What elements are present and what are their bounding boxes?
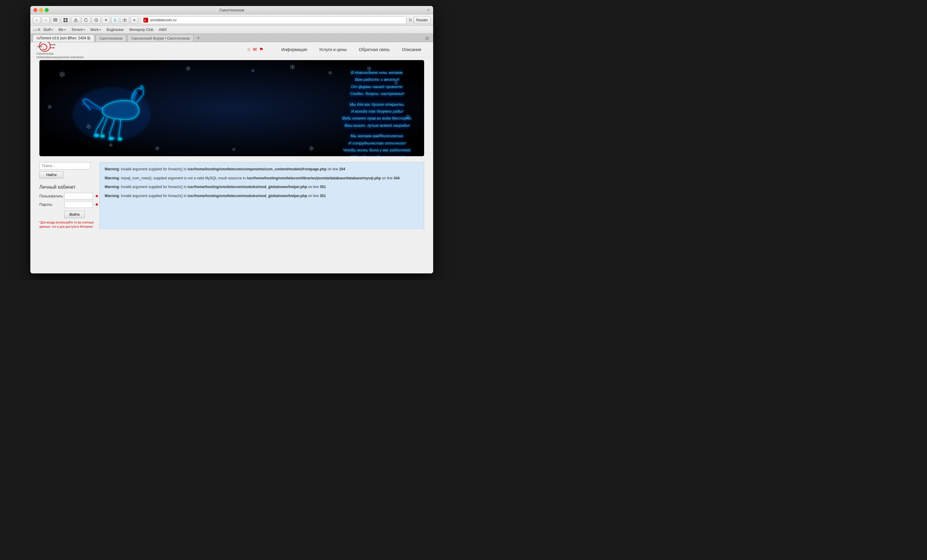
svg-point-10 — [124, 20, 126, 21]
warning-2-line: 344 — [394, 176, 400, 180]
nav-info[interactable]: Информация — [275, 44, 313, 55]
warning-4-line: 351 — [320, 194, 326, 198]
reader-button[interactable]: Reader — [413, 16, 431, 24]
svg-point-19 — [118, 138, 122, 140]
svg-rect-0 — [53, 18, 58, 19]
tab-grid-button[interactable]: ⊟ — [424, 35, 431, 41]
warning-4: Warning: Invalid argument supplied for f… — [105, 193, 419, 199]
warning-1-line: 104 — [339, 167, 345, 171]
nav-icons: ⌂ ✉ ⚑ — [248, 47, 263, 52]
svg-rect-2 — [53, 21, 58, 21]
logo-subtitle2: телекоммуникационная компания — [36, 56, 84, 59]
tabs-bar: ruTorrent v3.6 (svn $Rev: 2404 $) Смолте… — [30, 33, 433, 42]
search-button[interactable]: Найти — [40, 171, 64, 178]
svg-rect-7 — [74, 21, 78, 22]
resize-icon[interactable] — [426, 8, 430, 12]
site-wrapper: смол теле ком Смоленская телекоммуникаци… — [30, 42, 433, 273]
bookmark-stuff[interactable]: Stuff ▾ — [41, 27, 55, 32]
search-input[interactable] — [40, 162, 90, 170]
bookmarks-bar: 📖 ⊞ Stuff ▾ Me ▾ Torrent ▾ Work ▾ Bugtra… — [30, 26, 433, 33]
tab-rutorrent[interactable]: ruTorrent v3.6 (svn $Rev: 2404 $) — [33, 35, 94, 42]
password-icon: ✱ — [95, 202, 98, 207]
logo-image: смол теле ком — [36, 42, 61, 52]
svg-text:ком: ком — [50, 46, 55, 49]
flag-icon[interactable]: ⚑ — [259, 47, 263, 52]
warning-4-suffix: on line — [307, 194, 320, 198]
bookmark-monopoly[interactable]: Monopoly Club — [127, 27, 156, 32]
login-button[interactable]: Войти — [64, 211, 85, 218]
home-icon[interactable]: ⌂ — [248, 47, 251, 52]
address-text: smoltelecom.ru — [150, 18, 404, 22]
history-button[interactable] — [92, 16, 101, 24]
hero-banner: ❄ ❄ ❄ ❄ ❄ ❄ ❄ ❄ ❄ ❄ ❄ ❄ ❄ ❄ ❄ — [40, 60, 424, 156]
bookmark-me[interactable]: Me ▾ — [56, 27, 68, 32]
bookmark-torrent[interactable]: Torrent ▾ — [69, 27, 87, 32]
favicon-icon: S — [143, 18, 148, 23]
svg-rect-9 — [123, 19, 127, 22]
login-note: *Для входа используйте те же учетные дан… — [40, 220, 99, 229]
svg-text:S: S — [144, 19, 146, 22]
nav-descriptions[interactable]: Описания — [396, 44, 427, 55]
page-content: смол теле ком Смоленская телекоммуникаци… — [30, 42, 433, 273]
warnings-area: Warning: Invalid argument supplied for f… — [99, 162, 424, 229]
tab-forum[interactable]: Смоленский Форум • Смолтелеком — [128, 35, 194, 42]
grid-view-button[interactable] — [61, 16, 70, 24]
svg-point-23 — [93, 134, 99, 137]
tab-rutorrent-label: ruTorrent v3.6 (svn $Rev: 2404 $) — [36, 36, 90, 40]
minimize-button[interactable] — [39, 8, 43, 12]
back-button[interactable]: ‹ — [33, 16, 41, 24]
toolbar: ‹ › ✳ S + S smoltelecom.ru — [30, 14, 433, 26]
warning-1: Warning: Invalid argument supplied for f… — [105, 166, 419, 173]
maximize-button[interactable] — [45, 8, 49, 12]
bookmark-torrent-label: Torrent — [71, 27, 82, 32]
mail-icon[interactable]: ✉ — [253, 47, 257, 52]
logo-subtitle1: Смоленская — [36, 52, 53, 56]
share-button[interactable] — [71, 16, 80, 24]
warning-3: Warning: Invalid argument supplied for f… — [105, 184, 419, 190]
password-input[interactable] — [64, 201, 93, 208]
bookmark-stuff-arrow: ▾ — [52, 28, 53, 31]
bookmark-monopoly-label: Monopoly Club — [129, 27, 153, 32]
tab-smoltelecom[interactable]: Смолтелеком — [96, 35, 126, 42]
traffic-lights — [33, 8, 49, 12]
warning-1-path: /usr/home/hosting/smoltelecom/components… — [188, 167, 327, 171]
new-tab-button[interactable]: + — [195, 35, 202, 41]
warning-2-suffix: on line — [381, 176, 394, 180]
bookmark-work[interactable]: Work ▾ — [88, 27, 104, 32]
svg-text:смол: смол — [37, 46, 43, 47]
bookmark-awx-label: AWX — [159, 27, 167, 32]
warning-2-text: : mysql_num_rows(): supplied argument is… — [119, 176, 247, 180]
bookmark-work-arrow: ▾ — [99, 28, 101, 31]
svg-rect-6 — [66, 20, 68, 22]
bookmark-stuff-label: Stuff — [43, 27, 50, 32]
bookmark-awx[interactable]: AWX — [156, 27, 169, 32]
warning-1-suffix: on line — [327, 167, 339, 171]
address-bar[interactable]: S smoltelecom.ru — [141, 16, 406, 24]
add-tab-button[interactable]: + — [131, 16, 138, 24]
camera-button[interactable] — [120, 16, 129, 24]
reload-button[interactable] — [82, 16, 90, 24]
bookmarks-grid-icon: ⊞ — [38, 27, 40, 32]
bookmark-me-arrow: ▾ — [64, 28, 66, 31]
hero-horse-image — [55, 66, 175, 150]
bookmark-torrent-arrow: ▾ — [84, 28, 85, 31]
warning-4-path: /usr/home/hosting/smoltelecom/modules/mo… — [188, 194, 307, 198]
svg-point-22 — [109, 137, 115, 140]
nav-services[interactable]: Услуги и цены — [313, 44, 353, 55]
bookmark-work-label: Work — [90, 27, 99, 32]
extensions-button[interactable]: ✳ — [102, 16, 110, 24]
nav-contact[interactable]: Обратная связь — [353, 44, 396, 55]
bookmarks-button[interactable] — [51, 16, 60, 24]
username-input[interactable] — [64, 193, 93, 199]
bookmark-bugtracker[interactable]: Bugtracker — [104, 27, 126, 32]
warning-2: Warning: mysql_num_rows(): supplied argu… — [105, 175, 419, 182]
forward-button[interactable]: › — [42, 16, 50, 24]
svg-point-21 — [101, 135, 104, 137]
svg-text:теле: теле — [50, 43, 56, 46]
password-row: Пароль: ✱ — [40, 201, 99, 208]
skype-button[interactable]: S — [111, 16, 119, 24]
tab-smoltelecom-label: Смолтелеком — [99, 36, 122, 41]
close-button[interactable] — [33, 8, 37, 12]
warning-3-line: 351 — [320, 185, 326, 189]
page-reload-button[interactable]: ↻ — [409, 18, 412, 23]
